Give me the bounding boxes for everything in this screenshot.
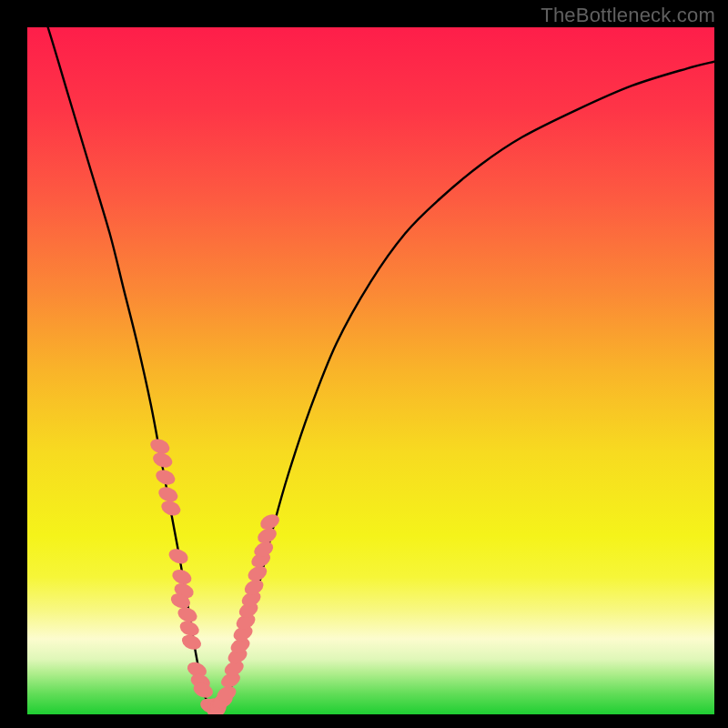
marker-cluster bbox=[148, 436, 282, 714]
bottleneck-curve bbox=[27, 27, 714, 714]
chart-svg bbox=[27, 27, 714, 714]
plot-area bbox=[27, 27, 714, 714]
watermark-text: TheBottleneck.com bbox=[541, 4, 715, 27]
marker-blob bbox=[159, 498, 183, 518]
marker-blob bbox=[179, 632, 203, 652]
marker-blob bbox=[151, 450, 175, 470]
marker-blob bbox=[167, 546, 190, 566]
outer-frame: TheBottleneck.com bbox=[0, 0, 728, 728]
marker-blob bbox=[154, 467, 177, 487]
